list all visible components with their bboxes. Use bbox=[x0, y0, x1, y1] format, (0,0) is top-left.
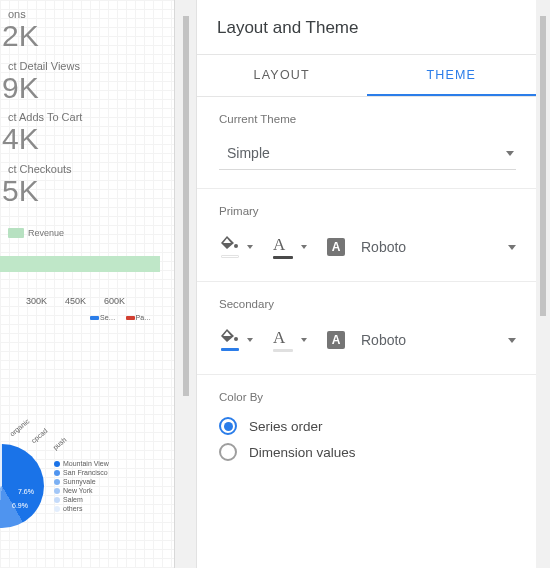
panel-title: Layout and Theme bbox=[197, 0, 536, 54]
pie-legend-item: Salem bbox=[54, 496, 109, 503]
panel-tabs: LAYOUT THEME bbox=[197, 54, 536, 97]
secondary-style-row: A A Roboto bbox=[219, 324, 516, 356]
primary-fill-color-picker[interactable] bbox=[219, 232, 255, 262]
secondary-text-color-picker[interactable]: A bbox=[271, 324, 309, 356]
kpi-label: ct Checkouts bbox=[8, 163, 174, 175]
axis-tick: 450K bbox=[65, 296, 86, 306]
pie-chart: 7.6% 6.9% organic cpcad push Mountain Vi… bbox=[0, 444, 109, 528]
kpi-value: 4K bbox=[2, 123, 174, 155]
tab-theme[interactable]: THEME bbox=[367, 55, 537, 96]
pie-term: cpcad bbox=[30, 427, 49, 444]
secondary-font-indicator: A bbox=[325, 327, 347, 353]
section-current-theme: Current Theme Simple bbox=[197, 97, 536, 189]
font-value: Roboto bbox=[361, 239, 406, 255]
pie-term: organic bbox=[8, 417, 30, 437]
svg-point-0 bbox=[234, 244, 238, 248]
panel-scrollbar[interactable] bbox=[540, 10, 546, 558]
section-label: Color By bbox=[219, 391, 516, 403]
paint-bucket-icon bbox=[221, 329, 239, 351]
text-color-icon: A bbox=[273, 235, 293, 259]
pie-legend: Mountain View San Francisco Sunnyvale Ne… bbox=[54, 458, 109, 514]
kpi-card: ct Adds To Cart 4K bbox=[0, 111, 174, 155]
font-icon: A bbox=[327, 331, 345, 349]
text-color-icon: A bbox=[273, 328, 293, 352]
slice-label: 6.9% bbox=[12, 502, 28, 509]
radio-icon bbox=[219, 417, 237, 435]
pie-term: push bbox=[52, 436, 68, 451]
series-item: Pa… bbox=[126, 314, 152, 321]
axis-tick: 300K bbox=[26, 296, 47, 306]
kpi-card: ct Detail Views 9K bbox=[0, 60, 174, 104]
dropdown-caret-icon bbox=[506, 151, 514, 156]
pie-legend-item: others bbox=[54, 505, 109, 512]
pie-legend-item: Sunnyvale bbox=[54, 478, 109, 485]
color-underline bbox=[273, 349, 293, 352]
series-legend: Se… Pa… bbox=[90, 314, 174, 321]
font-value: Roboto bbox=[361, 332, 406, 348]
slice-label: 7.6% bbox=[18, 488, 34, 495]
axis-tick: 600K bbox=[104, 296, 125, 306]
legend-swatch bbox=[8, 228, 24, 238]
legend-label: Revenue bbox=[28, 228, 64, 238]
section-label: Secondary bbox=[219, 298, 516, 310]
kpi-label: ct Detail Views bbox=[8, 60, 174, 72]
dropdown-caret-icon bbox=[508, 338, 516, 343]
secondary-fill-color-picker[interactable] bbox=[219, 325, 255, 355]
section-color-by: Color By Series order Dimension values bbox=[197, 375, 536, 479]
paint-bucket-icon bbox=[221, 236, 239, 258]
primary-font-select[interactable]: Roboto bbox=[351, 239, 516, 255]
theme-value: Simple bbox=[227, 145, 270, 161]
secondary-font-select[interactable]: Roboto bbox=[351, 332, 516, 348]
pie-graphic: 7.6% 6.9% bbox=[0, 444, 44, 528]
kpi-card: ct Checkouts 5K bbox=[0, 163, 174, 207]
series-item: Se… bbox=[90, 314, 116, 321]
primary-text-color-picker[interactable]: A bbox=[271, 231, 309, 263]
theme-select[interactable]: Simple bbox=[219, 139, 516, 170]
caret-down-icon bbox=[301, 245, 307, 249]
radio-dimension-values[interactable]: Dimension values bbox=[219, 443, 516, 461]
primary-style-row: A A Roboto bbox=[219, 231, 516, 263]
radio-series-order[interactable]: Series order bbox=[219, 417, 516, 435]
properties-panel: Layout and Theme LAYOUT THEME Current Th… bbox=[196, 0, 536, 568]
pie-legend-item: New York bbox=[54, 487, 109, 494]
kpi-value: 2K bbox=[2, 20, 174, 52]
kpi-value: 5K bbox=[2, 175, 174, 207]
revenue-bar bbox=[0, 256, 160, 272]
section-secondary: Secondary A A Roboto bbox=[197, 282, 536, 375]
caret-down-icon bbox=[247, 245, 253, 249]
report-canvas[interactable]: ons 2K ct Detail Views 9K ct Adds To Car… bbox=[0, 0, 175, 568]
color-underline bbox=[273, 256, 293, 259]
svg-point-1 bbox=[234, 337, 238, 341]
font-icon: A bbox=[327, 238, 345, 256]
color-underline bbox=[221, 348, 239, 351]
axis-ticks: 300K 450K 600K bbox=[26, 296, 174, 306]
radio-label: Series order bbox=[249, 419, 323, 434]
kpi-value: 9K bbox=[2, 72, 174, 104]
section-primary: Primary A A Roboto bbox=[197, 189, 536, 282]
pie-legend-item: San Francisco bbox=[54, 469, 109, 476]
radio-icon bbox=[219, 443, 237, 461]
kpi-card: ons 2K bbox=[0, 8, 174, 52]
section-label: Primary bbox=[219, 205, 516, 217]
dropdown-caret-icon bbox=[508, 245, 516, 250]
radio-label: Dimension values bbox=[249, 445, 356, 460]
primary-font-indicator: A bbox=[325, 234, 347, 260]
canvas-scrollbar[interactable] bbox=[183, 10, 189, 558]
pie-legend-item: Mountain View bbox=[54, 460, 109, 467]
caret-down-icon bbox=[247, 338, 253, 342]
revenue-legend: Revenue bbox=[8, 228, 64, 238]
tab-layout[interactable]: LAYOUT bbox=[197, 55, 367, 96]
color-underline bbox=[221, 255, 239, 258]
caret-down-icon bbox=[301, 338, 307, 342]
section-label: Current Theme bbox=[219, 113, 516, 125]
